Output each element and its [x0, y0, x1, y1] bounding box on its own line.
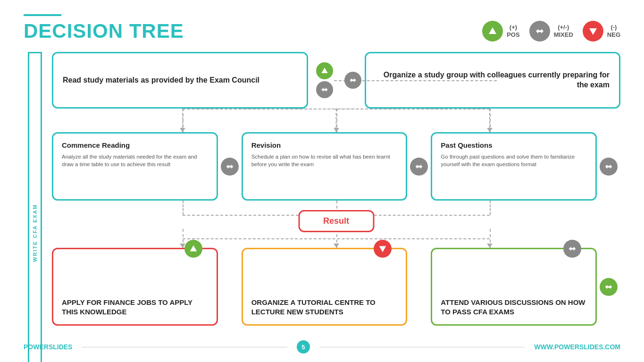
write-cfa-label-wrap: WRITE CFA EXAM	[24, 52, 46, 362]
row2-connector-1	[218, 132, 242, 201]
row1-right-connector	[341, 72, 365, 89]
svg-marker-3	[321, 67, 327, 73]
row2-lr-icon-1	[221, 158, 239, 176]
footer-line-left	[82, 347, 287, 347]
row2-connector-2	[407, 132, 431, 201]
box-discussions-title: ATTEND VARIOUS DISCUSSIONS ON HOW TO PAS…	[441, 298, 587, 317]
row1-lr-icon	[316, 81, 333, 98]
row1-connector	[308, 62, 341, 98]
result-label: Result	[323, 216, 349, 226]
diagram-area: WRITE CFA EXAM AFTER CFA Read study mate…	[24, 52, 620, 326]
row1-right-lr-icon	[344, 72, 361, 89]
page: DECISION TREE (+)POS (+/-)MIXED	[0, 0, 644, 362]
box-read-materials: Read study materials as provided by the …	[52, 52, 308, 109]
box-past-questions: Past Questions Go through past questions…	[431, 132, 597, 201]
result-v3	[490, 201, 491, 215]
legend-mixed: (+/-)MIXED	[529, 21, 573, 42]
result-v1	[183, 201, 184, 215]
box-finance-title: APPLY FOR FINANCE JOBS TO APPLY THIS KNO…	[62, 298, 208, 317]
legend-neg: (-)NEG	[583, 21, 620, 42]
box-revision: Revision Schedule a plan on how to revis…	[242, 132, 408, 201]
svg-marker-17	[379, 246, 386, 253]
v-line-2	[336, 109, 337, 132]
mixed-label: (+/-)MIXED	[554, 24, 573, 38]
row2: Commence Reading Analyze all the study m…	[52, 132, 620, 201]
svg-marker-4	[321, 88, 327, 92]
legend-pos: (+)POS	[482, 21, 519, 42]
accent-line	[24, 14, 61, 16]
row3-connector-1	[218, 248, 242, 326]
tutorial-arrow-down	[374, 240, 392, 258]
row2-lr-icon-2	[410, 158, 428, 176]
side-labels: WRITE CFA EXAM AFTER CFA	[24, 52, 46, 326]
row2-connector-3	[597, 132, 620, 201]
svg-marker-0	[489, 27, 496, 34]
row3: APPLY FOR FINANCE JOBS TO APPLY THIS KNO…	[52, 248, 620, 326]
rb-h-line	[183, 238, 490, 239]
row3-connector-3	[597, 248, 620, 326]
pos-icon	[482, 21, 503, 42]
svg-marker-16	[190, 245, 197, 252]
svg-marker-5	[350, 78, 356, 82]
tutorial-down-icon	[374, 240, 392, 258]
box-tutorial: ORGANIZE A TUTORIAL CENTRE TO LECTURE NE…	[242, 248, 408, 326]
discussions-lr-icon	[563, 240, 581, 258]
title-row: DECISION TREE (+)POS (+/-)MIXED	[24, 20, 620, 42]
box-discussions: ATTEND VARIOUS DISCUSSIONS ON HOW TO PAS…	[431, 248, 597, 326]
row3-final-icon	[600, 278, 618, 296]
rb-arrow-center	[334, 244, 339, 248]
box-commence-title: Commence Reading	[62, 141, 208, 149]
row1-row2-connectors	[52, 109, 620, 132]
row1: Read study materials as provided by the …	[52, 52, 620, 109]
title-teal: TREE	[129, 20, 184, 42]
footer: POWERSLIDES 5 WWW.POWERSLIDES.COM	[24, 340, 620, 354]
neg-icon	[583, 21, 603, 42]
box-past-title: Past Questions	[441, 141, 587, 149]
box-revision-title: Revision	[251, 141, 398, 149]
footer-brand: POWERSLIDES	[24, 343, 72, 351]
row1-up-icon	[316, 62, 333, 79]
rb-arrow-right	[487, 244, 493, 248]
svg-marker-2	[589, 28, 597, 35]
svg-marker-18	[569, 246, 576, 251]
svg-marker-14	[416, 164, 423, 168]
v-line-3	[490, 109, 491, 132]
footer-url: WWW.POWERSLIDES.COM	[534, 343, 620, 351]
mixed-icon	[529, 21, 550, 42]
footer-line-right	[319, 347, 525, 347]
box-revision-text: Schedule a plan on how to revise all wha…	[251, 153, 398, 168]
pos-label: (+)POS	[507, 24, 519, 38]
discussions-arrow-lr	[563, 240, 581, 258]
legend: (+)POS (+/-)MIXED (-)NEG	[482, 21, 620, 42]
box-commence: Commence Reading Analyze all the study m…	[52, 132, 218, 201]
svg-marker-13	[226, 164, 233, 168]
row2-lr-icon-3	[600, 158, 618, 176]
svg-marker-19	[605, 285, 612, 289]
footer-brand-rest: SLIDES	[49, 343, 73, 351]
box-commence-text: Analyze all the study materials needed f…	[62, 153, 208, 168]
write-cfa-label: WRITE CFA EXAM	[28, 52, 42, 362]
svg-marker-1	[536, 29, 544, 34]
title-black: DECISION	[24, 20, 129, 42]
finance-arrow-up	[184, 240, 202, 258]
box-past-text: Go through past questions and solve them…	[441, 153, 587, 168]
footer-page: 5	[297, 340, 310, 354]
result-box: Result	[298, 210, 374, 232]
neg-label: (-)NEG	[607, 24, 620, 38]
content-area: Read study materials as provided by the …	[52, 52, 620, 326]
svg-marker-15	[605, 164, 612, 168]
finance-up-icon	[184, 240, 202, 258]
row3-connector-2	[407, 248, 431, 326]
footer-brand-highlight: POWER	[24, 343, 49, 351]
box-tutorial-title: ORGANIZE A TUTORIAL CENTRE TO LECTURE NE…	[251, 298, 398, 317]
box-read-materials-title: Read study materials as provided by the …	[63, 76, 259, 85]
result-section: Result	[52, 201, 620, 229]
page-title: DECISION TREE	[24, 20, 184, 42]
box-finance: APPLY FOR FINANCE JOBS TO APPLY THIS KNO…	[52, 248, 218, 326]
v-line-1	[183, 109, 184, 132]
